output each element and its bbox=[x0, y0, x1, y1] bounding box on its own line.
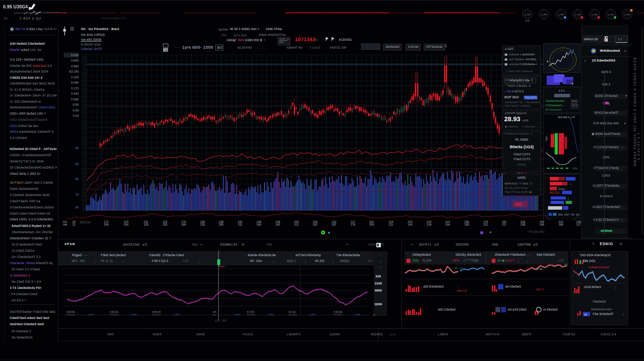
svg-text:1,7%: 1,7% bbox=[541, 13, 547, 16]
svg-text:1,7%: 1,7% bbox=[575, 13, 580, 16]
svg-text:1,7%: 1,7% bbox=[558, 13, 564, 16]
svg-text:R3 T13: R3 T13 bbox=[550, 191, 560, 194]
svg-text:1,7%: 1,7% bbox=[525, 13, 530, 16]
svg-text:3w3w: 3w3w bbox=[558, 188, 565, 190]
svg-text:1: 1 bbox=[567, 197, 569, 200]
svg-text:1:1: 1:1 bbox=[618, 38, 622, 41]
svg-text:1,7%: 1,7% bbox=[592, 13, 597, 16]
svg-text:1317: 1317 bbox=[564, 213, 570, 216]
svg-text:1,7%: 1,7% bbox=[625, 13, 630, 16]
svg-text:—: — bbox=[569, 183, 572, 185]
svg-text:333: 333 bbox=[164, 49, 168, 52]
svg-text:3gg3: 3gg3 bbox=[545, 136, 548, 141]
svg-text:1,7%: 1,7% bbox=[608, 13, 613, 16]
svg-text:N3: N3 bbox=[576, 213, 579, 216]
svg-text:O3: O3 bbox=[571, 213, 574, 216]
svg-text:3T3: 3T3 bbox=[573, 167, 578, 170]
svg-text:1=3: 1=3 bbox=[525, 19, 529, 22]
svg-text:3B: 3B bbox=[584, 313, 587, 316]
svg-text:3w3: 3w3 bbox=[558, 213, 563, 216]
